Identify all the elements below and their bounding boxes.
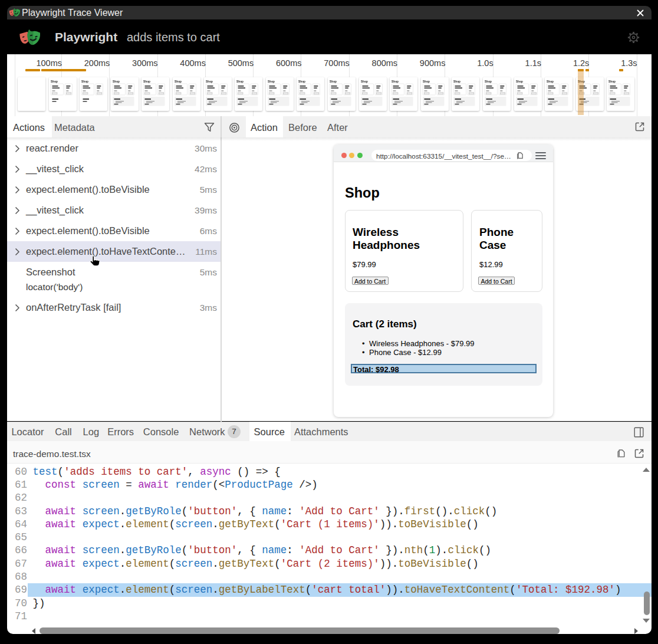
svg-text:Shop: Shop <box>330 80 337 83</box>
svg-text:Shop: Shop <box>453 80 460 83</box>
svg-text:Shop: Shop <box>175 80 182 83</box>
svg-text:Shop: Shop <box>236 80 244 83</box>
svg-text:Shop: Shop <box>298 80 305 83</box>
svg-text:Shop: Shop <box>143 80 150 83</box>
svg-text:Shop: Shop <box>113 80 120 83</box>
svg-text:Shop: Shop <box>268 80 275 83</box>
svg-text:Shop: Shop <box>361 80 368 83</box>
svg-text:Shop: Shop <box>206 80 213 83</box>
svg-text:Shop: Shop <box>81 80 88 83</box>
svg-text:Shop: Shop <box>608 80 616 83</box>
svg-text:Shop: Shop <box>423 80 430 83</box>
svg-text:Shop: Shop <box>485 80 492 83</box>
svg-text:Shop: Shop <box>51 80 58 83</box>
svg-text:Shop: Shop <box>547 80 554 83</box>
svg-text:Shop: Shop <box>391 80 399 83</box>
svg-text:Shop: Shop <box>516 80 523 83</box>
